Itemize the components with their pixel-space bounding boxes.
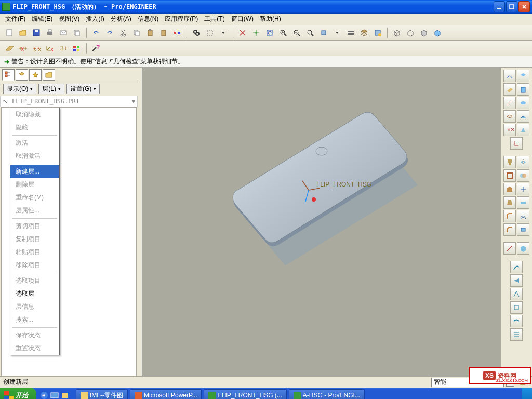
cm-rename[interactable]: 重命名(M) (10, 191, 59, 204)
cm-search[interactable]: 搜索... (10, 313, 59, 326)
cm-new-layer[interactable]: 新建层... (10, 165, 59, 178)
rt-box1[interactable] (517, 70, 529, 82)
refit-button[interactable] (263, 26, 276, 39)
rt-style3[interactable] (510, 288, 523, 300)
rt-hole[interactable] (503, 156, 516, 168)
color-button[interactable] (71, 42, 83, 55)
print-button[interactable] (44, 26, 56, 39)
cm-deactivate[interactable]: 取消激活 (10, 150, 59, 163)
rt-trim[interactable] (517, 183, 529, 195)
show-csys-button[interactable] (236, 26, 249, 39)
viewport-3d[interactable]: FLIP_FRONT_HSG (142, 68, 501, 376)
open-button[interactable] (17, 26, 29, 39)
rt-style6[interactable] (510, 328, 523, 341)
zoom-in-button[interactable] (277, 26, 289, 39)
select-button[interactable] (204, 26, 216, 39)
undo-button[interactable] (90, 26, 102, 39)
cm-copy[interactable]: 复制项目 (10, 233, 59, 246)
menu-app[interactable]: 应用程序(P) (162, 14, 201, 24)
cm-save-state[interactable]: 保存状态 (10, 329, 59, 342)
rt-sketch[interactable] (503, 242, 516, 255)
redo-button[interactable] (103, 26, 116, 39)
rt-thicken[interactable] (517, 223, 529, 236)
repaint-button[interactable] (304, 26, 316, 39)
rt-curve1[interactable] (503, 70, 516, 82)
cm-reset-state[interactable]: 重置状态 (10, 342, 59, 355)
menu-tools[interactable]: 工具(T) (201, 14, 228, 24)
task-item-1[interactable]: IML--零件图 (76, 389, 128, 399)
paste2-button[interactable] (157, 26, 170, 39)
rt-blend[interactable] (517, 124, 529, 136)
rt-chamfer[interactable] (503, 223, 516, 236)
shaded-button[interactable] (431, 26, 444, 39)
maximize-button[interactable] (506, 1, 517, 12)
rt-offset[interactable] (517, 210, 529, 222)
cm-cut[interactable]: 剪切项目 (10, 220, 59, 233)
rt-shell[interactable] (503, 169, 516, 182)
rt-rib[interactable] (503, 183, 516, 195)
rt-sweep[interactable] (517, 110, 529, 123)
rt-extrude[interactable] (517, 83, 529, 96)
datum-plane-button[interactable] (3, 42, 16, 55)
close-button[interactable] (518, 1, 530, 12)
ql-explorer-icon[interactable] (60, 391, 70, 399)
rt-merge[interactable] (517, 169, 529, 182)
cut-button[interactable] (117, 26, 129, 39)
tab-favorites[interactable] (29, 69, 42, 81)
tab-layer-tree[interactable] (16, 69, 28, 81)
saved-view-button[interactable] (344, 26, 357, 39)
datum-axis-button[interactable]: x (17, 42, 29, 55)
regen-button[interactable] (171, 26, 183, 39)
settings-dropdown[interactable]: 设置(G)▾ (66, 84, 100, 94)
menu-edit[interactable]: 编辑(E) (29, 14, 56, 24)
cm-properties[interactable]: 层属性... (10, 204, 59, 217)
system-tray[interactable] (522, 388, 532, 399)
rt-curve2[interactable] (503, 110, 516, 123)
annotation-button[interactable]: 3+ (57, 42, 70, 55)
rt-round[interactable] (503, 210, 516, 222)
rt-mirror[interactable] (517, 156, 529, 168)
cm-layer-info[interactable]: 层信息 (10, 300, 59, 313)
menu-window[interactable]: 窗口(W) (228, 14, 257, 24)
select-dropdown[interactable] (217, 26, 230, 39)
menu-view[interactable]: 视图(V) (56, 14, 83, 24)
menu-help[interactable]: 帮助(H) (257, 14, 284, 24)
cm-unhide[interactable]: 取消隐藏 (10, 108, 59, 121)
help-button[interactable]: ? (90, 42, 102, 55)
file-dropdown-arrow[interactable]: ▾ (132, 98, 135, 105)
copy2-button[interactable] (130, 26, 143, 39)
save-button[interactable] (30, 26, 43, 39)
cm-select-item[interactable]: 选取项目 (10, 274, 59, 287)
ql-desktop-icon[interactable] (50, 391, 59, 399)
rt-csys[interactable] (510, 137, 523, 150)
paste-button[interactable] (144, 26, 156, 39)
start-button[interactable]: 开始 (0, 388, 36, 399)
zoom-out-button[interactable] (290, 26, 303, 39)
file-input[interactable] (12, 97, 130, 106)
layer-tree-area[interactable]: 取消隐藏 隐藏 激活 取消激活 新建层... 删除层 重命名(M) 层属性...… (1, 107, 137, 376)
task-item-2[interactable]: Microsoft PowerP... (130, 389, 202, 399)
layer-dropdown[interactable]: 层(L)▾ (38, 84, 64, 94)
task-item-4[interactable]: A-HSG - Pro/ENGI... (289, 389, 365, 399)
cm-delete-layer[interactable]: 删除层 (10, 178, 59, 191)
rt-solidify[interactable] (517, 242, 529, 255)
tab-folder[interactable] (43, 69, 55, 81)
find-button[interactable] (190, 26, 203, 39)
rt-style5[interactable] (510, 315, 523, 327)
cm-remove[interactable]: 移除项目 (10, 259, 59, 272)
rt-axis[interactable] (503, 97, 516, 109)
show-dropdown[interactable]: 显示(O)▾ (3, 84, 36, 94)
email-button[interactable] (57, 26, 70, 39)
rt-extend[interactable] (517, 196, 529, 209)
tab-model-tree[interactable] (2, 69, 15, 81)
cm-activate[interactable]: 激活 (10, 137, 59, 150)
ql-ie-icon[interactable]: e (39, 391, 49, 399)
rt-point[interactable]: ×× (503, 124, 516, 136)
rt-draft[interactable] (503, 196, 516, 209)
datum-point-button[interactable]: x x (30, 42, 43, 55)
datum-csys-button[interactable]: x (44, 42, 56, 55)
menu-insert[interactable]: 插入(I) (83, 14, 107, 24)
rt-style2[interactable] (510, 274, 523, 287)
cm-select-layer[interactable]: 选取层 (10, 287, 59, 300)
rt-plane[interactable] (503, 83, 516, 96)
